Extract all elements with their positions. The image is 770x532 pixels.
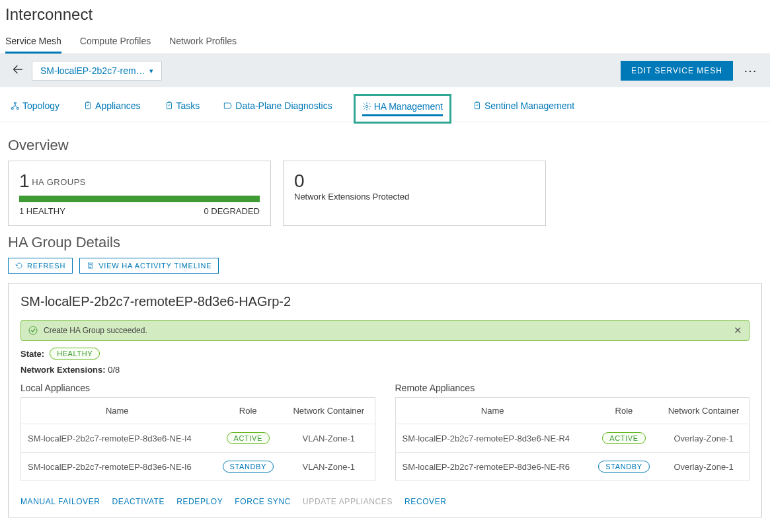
local-appliances-title: Local Appliances [20, 383, 375, 393]
action-row: MANUAL FAILOVER DEACTIVATE REDEPLOY FORC… [20, 497, 750, 506]
ha-group-card: SM-localEP-2b2c7-remoteEP-8d3e6-HAGrp-2 … [8, 283, 762, 517]
page-title: Interconnect [0, 0, 770, 32]
top-tabs: Service Mesh Compute Profiles Network Pr… [0, 32, 770, 54]
chevron-down-icon: ▾ [149, 67, 153, 75]
recover-link[interactable]: RECOVER [404, 497, 447, 506]
network-extensions-card: 0 Network Extensions Protected [283, 161, 546, 226]
redeploy-link[interactable]: REDEPLOY [176, 497, 223, 506]
gear-icon [362, 102, 371, 111]
topology-icon [11, 101, 20, 110]
container-name: Overlay-Zone-1 [658, 424, 749, 453]
edit-service-mesh-button[interactable]: EDIT SERVICE MESH [621, 61, 733, 81]
tab-compute-profiles[interactable]: Compute Profiles [80, 32, 151, 54]
subtab-appliances[interactable]: Appliances [81, 98, 143, 118]
ha-groups-healthy: 1 HEALTHY [19, 206, 65, 216]
subtab-tasks[interactable]: Tasks [162, 98, 203, 118]
remote-appliances-title: Remote Appliances [395, 383, 750, 393]
clipboard-icon [473, 101, 482, 110]
subtab-data-plane-diagnostics[interactable]: Data-Plane Diagnostics [221, 98, 334, 118]
service-mesh-label: SM-localEP-2b2c7-rem… [40, 65, 145, 76]
role-badge: ACTIVE [602, 432, 645, 444]
table-row: SM-localEP-2b2c7-remoteEP-8d3e6-NE-I6 ST… [21, 453, 375, 481]
force-sync-link[interactable]: FORCE SYNC [235, 497, 291, 506]
ha-groups-bar [19, 196, 260, 202]
subtab-topology[interactable]: Topology [8, 98, 62, 118]
network-extensions-label: Network Extensions: [20, 365, 106, 375]
svg-point-8 [29, 326, 37, 334]
container-name: VLAN-Zone-1 [283, 453, 375, 481]
col-role: Role [590, 398, 658, 424]
refresh-button[interactable]: REFRESH [8, 258, 73, 274]
role-badge: STANDBY [598, 461, 649, 473]
network-extensions-label: Network Extensions Protected [294, 192, 535, 202]
clipboard-icon [165, 101, 174, 110]
diagnostics-icon [223, 101, 233, 110]
appliance-name: SM-localEP-2b2c7-remoteEP-8d3e6-NE-I6 [21, 453, 213, 481]
col-role: Role [213, 398, 283, 424]
clipboard-icon [83, 101, 93, 110]
timeline-icon [87, 262, 95, 270]
ha-group-name: SM-localEP-2b2c7-remoteEP-8d3e6-HAGrp-2 [20, 294, 750, 309]
subheader: SM-localEP-2b2c7-rem… ▾ EDIT SERVICE MES… [0, 54, 770, 87]
metric-row: 1 HA GROUPS 1 HEALTHY 0 DEGRADED 0 Netwo… [8, 161, 762, 226]
container-name: Overlay-Zone-1 [658, 453, 749, 481]
tab-network-profiles[interactable]: Network Profiles [169, 32, 237, 54]
tab-service-mesh[interactable]: Service Mesh [5, 32, 61, 54]
container-name: VLAN-Zone-1 [283, 424, 375, 453]
ha-groups-label: HA GROUPS [32, 177, 86, 187]
svg-point-5 [366, 105, 368, 108]
view-timeline-button[interactable]: VIEW HA ACTIVITY TIMELINE [79, 258, 219, 274]
col-name: Name [21, 398, 213, 424]
back-arrow-icon[interactable] [8, 62, 26, 80]
appliance-name: SM-localEP-2b2c7-remoteEP-8d3e6-NE-R6 [395, 453, 590, 481]
table-row: SM-localEP-2b2c7-remoteEP-8d3e6-NE-I4 AC… [21, 424, 375, 453]
role-badge: ACTIVE [227, 432, 270, 444]
ha-groups-card: 1 HA GROUPS 1 HEALTHY 0 DEGRADED [8, 161, 271, 226]
network-extensions-value: 0/8 [108, 365, 120, 375]
state-label: State: [20, 349, 44, 359]
more-actions-icon[interactable]: ⋯ [738, 64, 762, 77]
sub-tabs: Topology Appliances Tasks Data-Plane Dia… [0, 87, 770, 122]
subtab-ha-management[interactable]: HA Management [354, 94, 451, 124]
appliance-name: SM-localEP-2b2c7-remoteEP-8d3e6-NE-R4 [395, 424, 590, 453]
appliance-name: SM-localEP-2b2c7-remoteEP-8d3e6-NE-I4 [21, 424, 213, 453]
ha-group-details-title: HA Group Details [8, 234, 762, 251]
alert-message: Create HA Group succeeded. [44, 326, 147, 335]
local-appliances-table: Name Role Network Container SM-localEP-2… [20, 397, 375, 481]
close-icon[interactable]: ✕ [734, 324, 742, 336]
table-row: SM-localEP-2b2c7-remoteEP-8d3e6-NE-R4 AC… [395, 424, 750, 453]
col-container: Network Container [658, 398, 749, 424]
refresh-icon [15, 262, 23, 270]
success-alert: Create HA Group succeeded. ✕ [20, 320, 750, 341]
table-row: SM-localEP-2b2c7-remoteEP-8d3e6-NE-R6 ST… [395, 453, 750, 481]
overview-title: Overview [8, 137, 762, 154]
state-badge: HEALTHY [50, 348, 100, 360]
col-container: Network Container [283, 398, 375, 424]
ha-groups-count: 1 [19, 171, 30, 191]
role-badge: STANDBY [223, 461, 274, 473]
remote-appliances-table: Name Role Network Container SM-localEP-2… [395, 397, 750, 481]
col-name: Name [395, 398, 590, 424]
network-extensions-count: 0 [294, 171, 535, 192]
service-mesh-dropdown[interactable]: SM-localEP-2b2c7-rem… ▾ [32, 61, 162, 81]
update-appliances-link: UPDATE APPLIANCES [303, 497, 393, 506]
deactivate-link[interactable]: DEACTIVATE [112, 497, 165, 506]
check-circle-icon [28, 325, 38, 336]
manual-failover-link[interactable]: MANUAL FAILOVER [20, 497, 100, 506]
ha-groups-degraded: 0 DEGRADED [204, 206, 260, 216]
subtab-sentinel-management[interactable]: Sentinel Management [470, 98, 577, 118]
